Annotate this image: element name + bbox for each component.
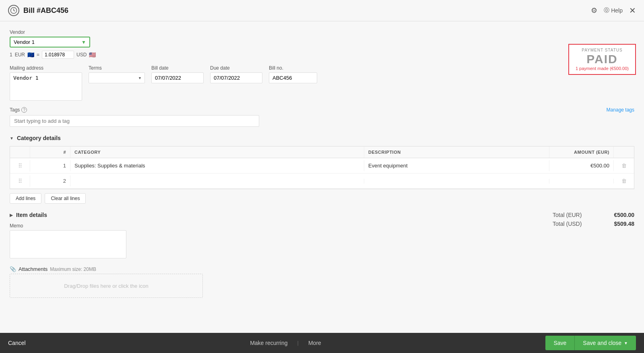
amount-cell-2[interactable]	[549, 179, 614, 184]
exchange-rate-input[interactable]	[42, 51, 74, 59]
bill-no-input[interactable]	[269, 72, 317, 83]
payment-status-value: PAID	[576, 52, 629, 66]
description-cell-2[interactable]	[364, 179, 549, 184]
item-details-title: Item details	[16, 212, 47, 218]
bill-date-label: Bill date	[151, 65, 204, 71]
settings-icon[interactable]: ⚙	[591, 6, 597, 15]
category-details-header[interactable]: ▼ Category details	[10, 135, 634, 141]
payment-status-label: PAYMENT STATUS	[576, 48, 629, 52]
vendor-label: Vendor	[10, 29, 634, 35]
tags-label: Tags	[10, 107, 20, 113]
terms-select[interactable]	[89, 72, 145, 83]
vendor-dropdown-arrow: ▼	[81, 39, 86, 45]
bill-date-input[interactable]	[151, 72, 204, 83]
tags-input[interactable]	[10, 115, 259, 127]
bill-icon	[8, 5, 19, 16]
base-currency: EUR	[15, 52, 25, 58]
make-recurring-button[interactable]: Make recurring	[250, 340, 287, 346]
item-arrow: ▶	[10, 213, 13, 217]
tags-header: Tags ? Manage tags	[10, 107, 634, 113]
page-title: Bill #ABC456	[23, 6, 68, 15]
due-date-label: Due date	[210, 65, 262, 71]
attachments-label: 📎 Attachments Maximum size: 20MB	[10, 266, 634, 272]
cancel-button[interactable]: Cancel	[8, 336, 26, 349]
save-close-arrow: ▼	[624, 341, 628, 345]
total-eur-label: Total (EUR)	[553, 212, 582, 218]
total-usd-label: Total (USD)	[553, 221, 582, 227]
tags-section: Tags ? Manage tags	[10, 107, 634, 127]
payment-status-box: PAYMENT STATUS PAID 1 payment made (€500…	[568, 44, 636, 75]
vendor-select[interactable]: ▼	[10, 37, 90, 47]
table-actions: Add lines Clear all lines	[10, 193, 634, 204]
terms-select-wrapper	[89, 72, 145, 83]
currency-row: 1 EUR 🇪🇺 = USD 🇺🇸	[10, 51, 634, 59]
category-cell-1[interactable]: Supplies: Supplies & materials	[70, 160, 364, 171]
manage-tags-link[interactable]: Manage tags	[607, 107, 634, 113]
total-usd-row: Total (USD) $509.48	[553, 221, 634, 227]
header-left: Bill #ABC456	[8, 5, 68, 16]
table-header: # CATEGORY DESCRIPTION AMOUNT (EUR)	[10, 147, 634, 158]
mailing-address-input[interactable]: Vendor 1	[10, 72, 82, 101]
header-right: ⚙ ⓪ Help ✕	[591, 6, 636, 15]
more-button[interactable]: More	[308, 340, 321, 346]
separator: |	[297, 340, 299, 346]
equals-sign: =	[37, 52, 39, 58]
clear-lines-button[interactable]: Clear all lines	[45, 193, 86, 204]
attachments-section: 📎 Attachments Maximum size: 20MB Drag/Dr…	[10, 266, 634, 298]
memo-input[interactable]	[10, 230, 126, 258]
eur-flag: 🇪🇺	[27, 52, 34, 58]
bottom-bar: Cancel Make recurring | More Save Save a…	[0, 333, 644, 353]
col-amount: AMOUNT (EUR)	[549, 147, 614, 158]
max-size-text: Maximum size: 20MB	[50, 266, 96, 272]
total-eur-row: Total (EUR) €500.00	[553, 212, 634, 218]
add-lines-button[interactable]: Add lines	[10, 193, 41, 204]
item-details-header[interactable]: ▶ Item details	[10, 212, 634, 218]
amount-cell-1[interactable]: €500.00	[549, 160, 614, 171]
total-eur-value: €500.00	[614, 212, 634, 218]
vendor-input[interactable]	[14, 39, 81, 45]
col-description: DESCRIPTION	[364, 147, 549, 158]
drag-handle-1[interactable]: ⠿	[10, 160, 30, 171]
memo-label: Memo	[10, 223, 634, 229]
drag-handle-2[interactable]: ⠿	[10, 175, 30, 187]
currency-amount: 1	[10, 52, 12, 58]
memo-section: Memo	[10, 223, 634, 260]
due-date-input[interactable]	[210, 72, 262, 83]
bill-no-label: Bill no.	[269, 65, 317, 71]
row-num-2: 2	[30, 175, 70, 186]
col-category: CATEGORY	[70, 147, 364, 158]
table-row: ⠿ 2 🗑	[10, 173, 634, 189]
help-link[interactable]: ⓪ Help	[604, 7, 623, 14]
category-arrow: ▼	[10, 136, 14, 140]
col-hash: #	[30, 147, 70, 158]
usd-flag: 🇺🇸	[89, 52, 96, 58]
drop-zone[interactable]: Drag/Drop files here or click the icon	[10, 274, 203, 298]
mailing-address-label: Mailing address	[10, 65, 82, 71]
delete-row-2[interactable]: 🗑	[614, 175, 634, 186]
category-cell-2[interactable]	[70, 179, 364, 184]
category-details-title: Category details	[17, 135, 61, 141]
payment-link[interactable]: 1 payment made (€500.00)	[576, 66, 629, 71]
col-drag	[10, 147, 30, 158]
help-circle-icon: ⓪	[604, 7, 609, 14]
delete-row-1[interactable]: 🗑	[614, 160, 634, 171]
table-row: ⠿ 1 Supplies: Supplies & materials Event…	[10, 158, 634, 173]
bottom-center: Make recurring | More	[250, 340, 321, 346]
tags-help-icon[interactable]: ?	[21, 107, 27, 113]
tags-label-row: Tags ?	[10, 107, 27, 113]
paperclip-icon: 📎	[10, 266, 16, 272]
total-usd-value: $509.48	[614, 221, 634, 227]
col-delete	[614, 147, 634, 158]
save-button[interactable]: Save	[545, 336, 574, 350]
save-and-close-button[interactable]: Save and close ▼	[574, 336, 636, 350]
quote-currency: USD	[76, 52, 87, 58]
bottom-right: Save Save and close ▼	[545, 336, 636, 350]
drop-zone-text: Drag/Drop files here or click the icon	[64, 283, 149, 289]
terms-label: Terms	[89, 65, 145, 71]
description-cell-1[interactable]: Event equipment	[364, 160, 549, 171]
category-table: # CATEGORY DESCRIPTION AMOUNT (EUR) ⠿ 1 …	[10, 146, 634, 189]
close-button[interactable]: ✕	[629, 6, 636, 15]
row-num-1: 1	[30, 160, 70, 171]
